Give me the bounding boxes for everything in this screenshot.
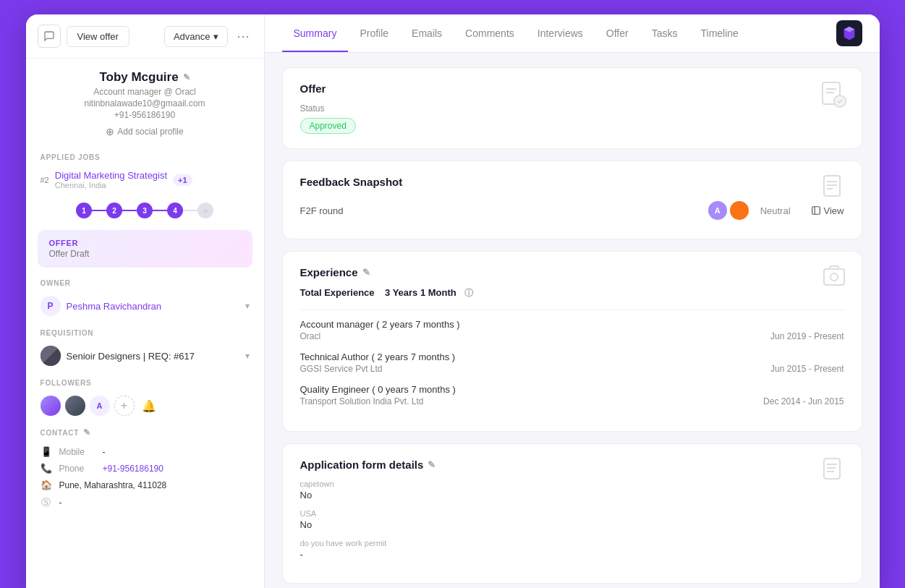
feedback-round-label: F2F round — [300, 205, 700, 216]
applied-job-row[interactable]: #2 Digital Marketing Strategist Chennai,… — [26, 164, 264, 195]
feedback-f2f-row: F2F round A Neutral View — [300, 197, 844, 224]
exp-item-2: Technical Author ( 2 years 7 months ) GG… — [300, 351, 844, 374]
sidebar: View offer Advance ▾ ⋯ Toby Mcguire ✎ Ac… — [26, 14, 265, 588]
applied-jobs-label: APPLIED JOBS — [26, 146, 264, 164]
feedback-sentiment: Neutral — [760, 205, 791, 216]
experience-card-icon — [821, 263, 847, 294]
form-usa-value: No — [300, 519, 844, 530]
tab-timeline[interactable]: Timeline — [689, 14, 750, 52]
tab-offer[interactable]: Offer — [595, 14, 640, 52]
requisition-avatar — [41, 346, 61, 366]
application-form-edit-icon[interactable]: ✎ — [428, 459, 435, 470]
owner-dropdown-icon[interactable]: ▾ — [245, 301, 250, 311]
phone-label: Phone — [59, 464, 95, 474]
circle-plus-icon: ⊕ — [106, 126, 114, 137]
job-location: Chennai, India — [55, 181, 167, 189]
tab-emails[interactable]: Emails — [400, 14, 454, 52]
main-body: Offer Status Approved Feedback Snapshot … — [265, 53, 880, 588]
exp-company-date-3: Transport Solution India Pvt. Ltd Dec 20… — [300, 396, 844, 406]
exp-date-2: Jun 2015 - Present — [770, 364, 844, 374]
offer-card-icon — [818, 80, 847, 114]
chat-icon[interactable] — [38, 25, 61, 48]
contact-address-row: 🏠 Pune, Maharashtra, 411028 — [41, 477, 250, 493]
form-usa: USA No — [300, 509, 844, 530]
tab-interviews[interactable]: Interviews — [526, 14, 595, 52]
exp-company-date-2: GGSI Service Pvt Ltd Jun 2015 - Present — [300, 364, 844, 374]
pipeline-line-1 — [92, 210, 106, 211]
add-follower-button[interactable]: + — [114, 396, 135, 416]
owner-avatar: P — [41, 296, 61, 316]
candidate-name-row: Toby Mcguire ✎ — [41, 70, 250, 85]
followers-row: A + 🔔 — [26, 390, 264, 422]
requisition-name: Senioir Designers | REQ: #617 — [67, 351, 239, 362]
follower-avatar-2 — [65, 396, 85, 416]
form-capetown-label: capetown — [300, 480, 844, 488]
mobile-value: - — [103, 447, 106, 457]
view-offer-button[interactable]: View offer — [67, 26, 129, 47]
mobile-icon: 📱 — [41, 446, 52, 457]
add-social-label: Add social profile — [117, 127, 183, 137]
experience-edit-icon[interactable]: ✎ — [362, 267, 370, 278]
tab-comments[interactable]: Comments — [454, 14, 526, 52]
pipeline-steps: 1 2 3 4 ○ — [26, 195, 264, 226]
offer-stage-card: OFFER Offer Draft — [38, 230, 252, 268]
advance-label: Advance — [174, 31, 211, 42]
feedback-view-button[interactable]: View — [811, 205, 844, 216]
offer-status-badge: Approved — [300, 118, 356, 134]
pipeline-line-4 — [183, 210, 197, 211]
offer-card: Offer Status Approved — [282, 67, 862, 149]
experience-total-value: 3 Years 1 Month — [385, 287, 456, 298]
exp-role-3: Quality Engineer ( 0 years 7 months ) — [300, 384, 844, 395]
add-social-button[interactable]: ⊕ Add social profile — [41, 126, 250, 137]
feedback-card-icon — [821, 173, 847, 204]
requisition-dropdown-icon[interactable]: ▾ — [245, 351, 250, 361]
feedback-avatar-2 — [730, 201, 749, 220]
pipeline-step-5: ○ — [197, 203, 213, 218]
exp-date-3: Dec 2014 - Jun 2015 — [763, 396, 844, 406]
view-offer-label: View offer — [77, 31, 119, 42]
address-value: Pune, Maharashtra, 411028 — [59, 480, 167, 490]
tab-summary[interactable]: Summary — [282, 14, 349, 52]
info-icon: ⓘ — [464, 288, 473, 298]
edit-name-icon[interactable]: ✎ — [183, 72, 190, 82]
advance-button[interactable]: Advance ▾ — [164, 26, 228, 47]
exp-role-2: Technical Author ( 2 years 7 months ) — [300, 351, 844, 362]
contact-edit-icon[interactable]: ✎ — [83, 427, 91, 438]
follower-avatar-1 — [41, 396, 61, 416]
more-options-button[interactable]: ⋯ — [234, 25, 252, 47]
follower-avatar-3: A — [90, 396, 110, 416]
pipeline-step-3: 3 — [137, 203, 153, 218]
phone-value: +91-956186190 — [103, 464, 163, 474]
bell-icon[interactable]: 🔔 — [142, 399, 156, 413]
exp-company-2: GGSI Service Pvt Ltd — [300, 364, 383, 374]
candidate-phone: +91-956186190 — [41, 110, 250, 120]
svg-rect-10 — [824, 269, 844, 285]
tab-profile[interactable]: Profile — [348, 14, 400, 52]
feedback-card: Feedback Snapshot F2F round A — [282, 161, 862, 239]
form-capetown-value: No — [300, 490, 844, 500]
exp-item-1: Account manager ( 2 years 7 months ) Ora… — [300, 319, 844, 341]
phone-icon: 📞 — [41, 463, 52, 474]
offer-stage-label: OFFER — [49, 239, 241, 247]
application-form-title: Application form details ✎ — [300, 459, 844, 471]
exp-role-1: Account manager ( 2 years 7 months ) — [300, 319, 844, 330]
form-work-permit-value: - — [300, 549, 844, 560]
nav-tabs: Summary Profile Emails Comments Intervie… — [282, 14, 750, 52]
owner-row: P Peshma Ravichandran ▾ — [26, 290, 264, 322]
mobile-label: Mobile — [59, 447, 95, 457]
requisition-row: Senioir Designers | REQ: #617 ▾ — [26, 340, 264, 372]
job-count-badge: +1 — [173, 174, 192, 186]
application-form-card: Application form details ✎ capetown No U… — [282, 443, 862, 584]
exp-company-date-1: Oracl Jun 2019 - Present — [300, 331, 844, 341]
requisition-label: REQUISITION — [26, 322, 264, 340]
tab-tasks[interactable]: Tasks — [640, 14, 689, 52]
experience-card-title: Experience ✎ — [300, 266, 844, 278]
feedback-avatar-1: A — [708, 201, 727, 220]
home-icon: 🏠 — [41, 480, 52, 490]
experience-total-label: Total Experience — [300, 287, 375, 298]
offer-card-title: Offer — [300, 82, 844, 95]
form-work-permit-label: do you have work permit — [300, 539, 844, 547]
pipeline-step-2: 2 — [106, 203, 122, 218]
owner-label: OWNER — [26, 272, 264, 290]
candidate-email: nitinbnalawade10@gmaail.com — [41, 98, 250, 108]
